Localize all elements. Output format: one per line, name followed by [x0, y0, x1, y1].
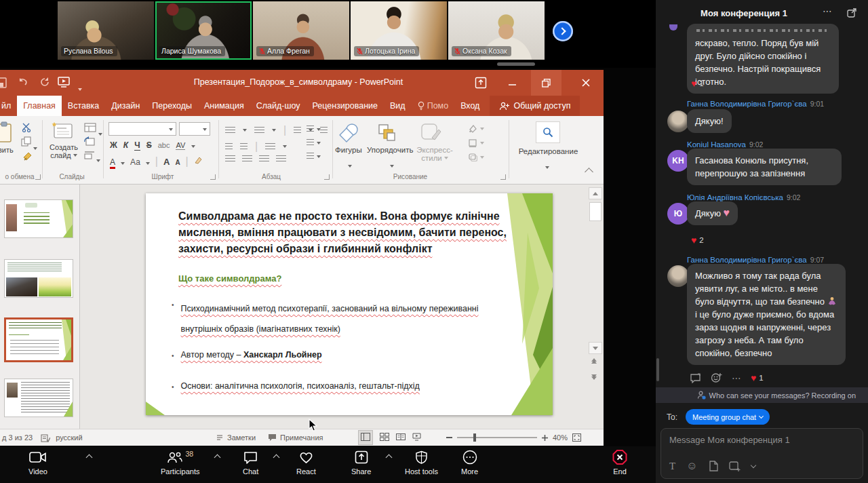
paste-icon[interactable]	[0, 121, 15, 143]
new-slide-icon[interactable]	[52, 121, 73, 140]
quick-styles-icon[interactable]	[418, 121, 443, 144]
slide-layout-icon[interactable]	[84, 123, 96, 132]
video-options-chevron[interactable]	[87, 455, 92, 460]
tab-animations[interactable]: Анимация	[198, 96, 250, 116]
align-dd[interactable]	[283, 145, 287, 148]
align-text-icon[interactable]	[307, 139, 314, 147]
drawing-launcher[interactable]	[500, 174, 506, 180]
chat-input[interactable]: Message Моя конференция 1 T ☺	[660, 428, 863, 479]
layout-dropdown[interactable]	[98, 126, 102, 138]
grow-font-button[interactable]: А	[163, 157, 170, 167]
next-slide-button[interactable]	[591, 374, 597, 380]
share-button[interactable]: Общий доступ	[490, 96, 580, 116]
message-reaction[interactable]: ♥ 2	[691, 235, 704, 245]
align-left-icon[interactable]	[265, 143, 275, 151]
message-reaction[interactable]: ♥1	[751, 373, 764, 383]
start-slideshow-icon[interactable]	[57, 76, 71, 88]
section-icon[interactable]	[84, 150, 95, 159]
ppt-titlebar[interactable]: Презентация_Подорож_в_символдраму - Powe…	[0, 70, 604, 96]
shapes-dropdown[interactable]	[348, 158, 352, 170]
add-reaction-icon[interactable]	[711, 372, 722, 383]
char-spacing-button[interactable]: AV	[176, 141, 185, 150]
tab-view[interactable]: Вид	[384, 96, 412, 116]
zoom-slider[interactable]	[457, 437, 537, 438]
arrange-dropdown[interactable]	[390, 158, 394, 170]
thumbnail-slide-3-selected[interactable]	[4, 317, 73, 362]
react-button[interactable]: React	[296, 449, 316, 476]
shape-outline-icon[interactable]	[468, 138, 477, 147]
copy-icon[interactable]	[21, 136, 31, 147]
shape-fill-icon[interactable]	[468, 124, 477, 133]
slide-counter[interactable]: д 3 из 23	[2, 433, 33, 442]
clipboard-launcher[interactable]	[35, 174, 41, 180]
video-button[interactable]: Video	[28, 449, 47, 476]
participants-button[interactable]: 38 Participants	[161, 449, 199, 476]
share-options-chevron[interactable]	[387, 455, 391, 460]
notes-button[interactable]: Заметки	[216, 433, 256, 442]
chat-scrollbar[interactable]	[656, 358, 659, 381]
format-painter-icon[interactable]	[22, 151, 33, 161]
clear-format-icon[interactable]	[194, 156, 203, 165]
strip-drag-handle[interactable]	[497, 62, 535, 66]
text-direction-icon[interactable]	[320, 127, 328, 134]
chat-options-chevron[interactable]	[274, 455, 279, 460]
zoom-level[interactable]: 40%	[553, 433, 568, 442]
cut-icon[interactable]	[22, 123, 33, 132]
new-slide-button[interactable]: Создать слайд	[45, 143, 83, 159]
minimize-button[interactable]	[497, 70, 528, 96]
align-center-icon[interactable]	[225, 155, 235, 163]
section-dropdown[interactable]	[96, 153, 100, 165]
format-text-icon[interactable]: T	[669, 461, 675, 472]
chat-more-icon[interactable]: ⋯	[823, 5, 832, 16]
strikethrough-button[interactable]: S	[146, 140, 152, 150]
attach-file-icon[interactable]	[709, 461, 718, 471]
message-more-icon[interactable]: ⋯	[732, 372, 741, 383]
recording-notice[interactable]: Who can see your messages? Recording on	[656, 387, 868, 403]
slideshow-view-button[interactable]	[412, 433, 421, 442]
quick-styles-button[interactable]: Экспресс- стили	[415, 146, 454, 162]
slide-canvas[interactable]: Символдрама дає не просто техніки. Вона …	[146, 193, 553, 415]
normal-view-button[interactable]	[358, 430, 373, 445]
paragraph-launcher[interactable]	[324, 174, 330, 180]
share-button-toolbar[interactable]: Share	[351, 449, 371, 476]
participants-options-chevron[interactable]	[215, 455, 220, 460]
tab-review[interactable]: Рецензирование	[307, 96, 384, 116]
spell-check-icon[interactable]	[41, 433, 50, 442]
justify-icon[interactable]	[259, 155, 269, 163]
restore-button[interactable]	[531, 70, 561, 96]
shadow-button[interactable]: abc	[158, 141, 170, 149]
comments-button[interactable]: Примечания	[268, 433, 323, 442]
line-spacing-icon[interactable]	[294, 127, 301, 134]
zoom-in-button[interactable]	[542, 435, 548, 441]
shrink-font-button[interactable]: А	[175, 159, 180, 166]
message-reaction[interactable]: ♥ 1	[691, 79, 704, 88]
sign-in[interactable]: Вход	[454, 96, 486, 116]
next-participants-button[interactable]	[553, 21, 573, 41]
end-button[interactable]: End	[612, 449, 628, 476]
video-tile[interactable]: Алла Фреган	[253, 1, 349, 60]
tab-file[interactable]: йл	[0, 96, 17, 116]
increase-indent-icon[interactable]	[240, 143, 248, 151]
decrease-indent-icon[interactable]	[225, 143, 233, 151]
redo-icon[interactable]	[39, 77, 50, 88]
editing-button[interactable]: Редактирование	[513, 147, 584, 155]
reset-slide-icon[interactable]	[84, 136, 95, 147]
italic-button[interactable]: К	[123, 140, 128, 150]
close-button[interactable]	[568, 70, 604, 96]
tab-transitions[interactable]: Переходы	[146, 96, 198, 116]
shapes-button[interactable]: Фигуры	[335, 146, 362, 154]
paste-label[interactable]: вить	[0, 146, 14, 154]
send-to-selector[interactable]: Meeting group chat	[686, 409, 770, 425]
screenshot-icon[interactable]	[729, 461, 741, 471]
shape-effects-icon[interactable]	[468, 153, 477, 161]
smartart-convert-icon[interactable]	[307, 153, 314, 160]
collapse-ribbon-icon[interactable]	[585, 168, 593, 176]
reading-view-button[interactable]	[396, 433, 406, 442]
editing-dropdown[interactable]	[545, 159, 549, 172]
numbering-icon[interactable]	[254, 127, 264, 134]
tab-design[interactable]: Дизайн	[105, 96, 146, 116]
scrollbar-thumb[interactable]	[589, 202, 601, 221]
fit-slide-icon[interactable]	[572, 433, 581, 442]
underline-button[interactable]: Ч	[134, 140, 140, 151]
font-launcher[interactable]	[210, 174, 216, 180]
